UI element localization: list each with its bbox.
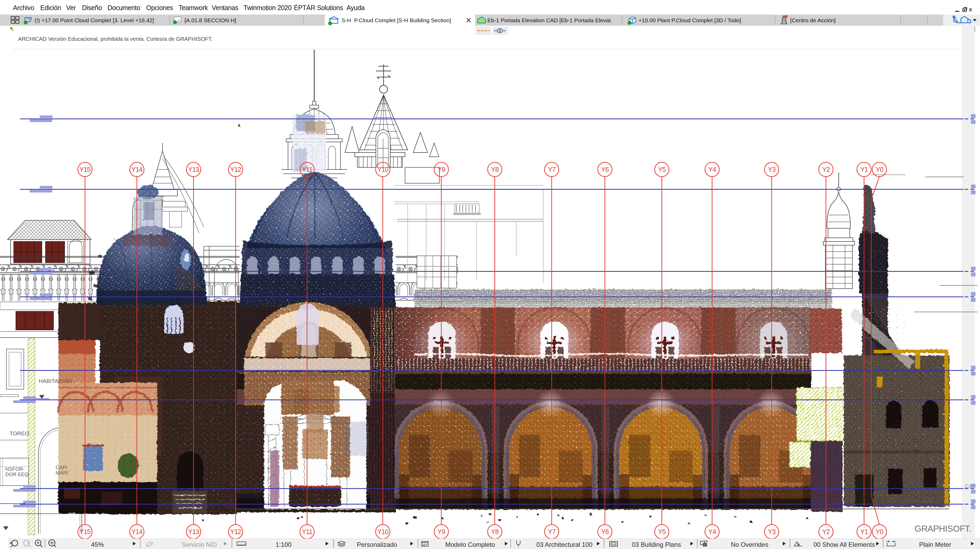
svg-text:Y13: Y13: [188, 528, 199, 536]
svg-text:Y5: Y5: [658, 166, 666, 173]
svg-text:DOR EEQ: DOR EEQ: [5, 472, 29, 477]
svg-text:Y0: Y0: [876, 166, 883, 173]
svg-text:NSFOR-: NSFOR-: [5, 466, 25, 472]
svg-text:Y0: Y0: [876, 528, 883, 536]
svg-text:Y11: Y11: [302, 528, 312, 536]
svg-text:Y15: Y15: [79, 528, 91, 536]
svg-text:Y1: Y1: [860, 528, 868, 536]
svg-text:GRAPHISOFT.: GRAPHISOFT.: [914, 524, 972, 534]
svg-text:Y9: Y9: [437, 528, 445, 536]
svg-text:Y6: Y6: [601, 528, 609, 536]
svg-text:Y8: Y8: [491, 528, 499, 536]
svg-text:HABITACIÓN: HABITACIÓN: [38, 378, 72, 384]
svg-text:TOREO: TOREO: [10, 430, 29, 436]
svg-text:Y1: Y1: [860, 166, 868, 173]
svg-text:Y11: Y11: [302, 166, 312, 173]
svg-text:Y2: Y2: [822, 166, 830, 173]
svg-text:Y10: Y10: [377, 166, 388, 173]
svg-text:Y13: Y13: [188, 166, 199, 173]
svg-text:x: x: [969, 6, 972, 13]
svg-text:Y4: Y4: [708, 166, 716, 173]
svg-text:Y9: Y9: [437, 166, 445, 173]
svg-text:Y7: Y7: [548, 166, 556, 173]
svg-text:CAPI: CAPI: [56, 465, 67, 470]
svg-text:Y4: Y4: [708, 528, 716, 536]
svg-text:Y5: Y5: [658, 528, 666, 536]
svg-text:Y8: Y8: [491, 166, 499, 173]
svg-text:CA: CA: [965, 483, 972, 489]
svg-text:Y3: Y3: [768, 166, 776, 173]
svg-text:Y10: Y10: [377, 528, 388, 536]
svg-text:Y6: Y6: [601, 166, 609, 173]
svg-text:Y7: Y7: [548, 528, 556, 536]
svg-text:Y14: Y14: [131, 528, 143, 536]
svg-text:MARI: MARI: [56, 470, 68, 476]
svg-text:Y14: Y14: [131, 166, 143, 173]
svg-text:Y3: Y3: [768, 528, 776, 536]
svg-text:Y12: Y12: [230, 166, 241, 173]
svg-text:Y15: Y15: [79, 166, 91, 173]
svg-text:Y12: Y12: [230, 528, 241, 536]
svg-text:Y2: Y2: [822, 528, 830, 536]
